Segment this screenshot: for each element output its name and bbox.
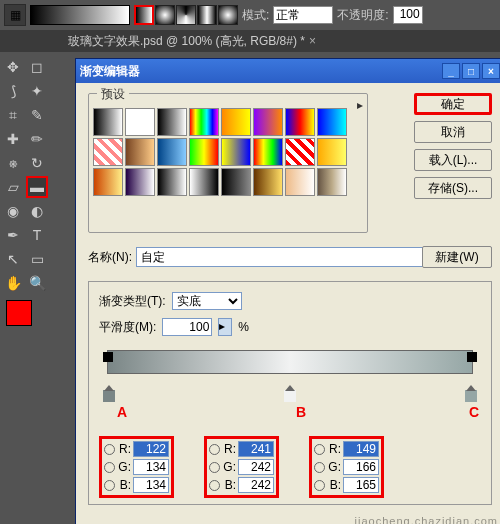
radio-b[interactable]	[209, 480, 220, 491]
gradient-preset[interactable]	[221, 138, 251, 166]
gradient-preset[interactable]	[253, 108, 283, 136]
document-tab[interactable]: 玻璃文字效果.psd @ 100% (高光, RGB/8#) * ×	[60, 31, 324, 52]
opacity-input[interactable]: 100	[393, 6, 423, 24]
smoothness-input[interactable]	[162, 318, 212, 336]
gradient-preset[interactable]	[253, 138, 283, 166]
color-stop-b[interactable]	[284, 390, 296, 402]
gradient-preset[interactable]	[157, 138, 187, 166]
gradient-bar[interactable]: A B C	[99, 350, 481, 410]
rgb-group-b: R: G: B:	[204, 436, 279, 498]
hand-tool-icon[interactable]: ✋	[2, 272, 24, 294]
b-input-b[interactable]	[238, 477, 274, 493]
path-tool-icon[interactable]: ↖	[2, 248, 24, 270]
crop-tool-icon[interactable]: ⌗	[2, 104, 24, 126]
gradient-tool-icon[interactable]: ▬	[26, 176, 48, 198]
b-input-c[interactable]	[343, 477, 379, 493]
radio-g[interactable]	[104, 462, 115, 473]
radio-b[interactable]	[314, 480, 325, 491]
gradient-preset[interactable]	[93, 138, 123, 166]
smoothness-stepper-icon[interactable]: ▸	[218, 318, 232, 336]
b-input-a[interactable]	[133, 477, 169, 493]
r-input-a[interactable]	[133, 441, 169, 457]
gradient-preset[interactable]	[285, 108, 315, 136]
gradient-preset[interactable]	[125, 168, 155, 196]
eraser-tool-icon[interactable]: ▱	[2, 176, 24, 198]
g-input-c[interactable]	[343, 459, 379, 475]
linear-gradient-icon[interactable]	[134, 5, 154, 25]
blend-mode-select[interactable]: 正常	[273, 6, 333, 24]
diamond-gradient-icon[interactable]	[218, 5, 238, 25]
gradient-preset[interactable]	[157, 108, 187, 136]
color-swatches[interactable]	[2, 300, 48, 342]
r-input-c[interactable]	[343, 441, 379, 457]
move-tool-icon[interactable]: ✥	[2, 56, 24, 78]
close-window-icon[interactable]: ×	[482, 63, 500, 79]
gradient-preset[interactable]	[221, 108, 251, 136]
color-stop-c[interactable]	[465, 390, 477, 402]
radio-g[interactable]	[314, 462, 325, 473]
history-brush-icon[interactable]: ↻	[26, 152, 48, 174]
heal-tool-icon[interactable]: ✚	[2, 128, 24, 150]
blur-tool-icon[interactable]: ◉	[2, 200, 24, 222]
opacity-stop-right[interactable]	[467, 352, 477, 362]
dodge-tool-icon[interactable]: ◐	[26, 200, 48, 222]
rgb-group-a: R: G: B:	[99, 436, 174, 498]
brush-tool-icon[interactable]: ✏	[26, 128, 48, 150]
name-label: 名称(N):	[88, 249, 132, 266]
reflected-gradient-icon[interactable]	[197, 5, 217, 25]
radio-b[interactable]	[104, 480, 115, 491]
gradient-type-label: 渐变类型(T):	[99, 293, 166, 310]
close-icon[interactable]: ×	[309, 34, 316, 48]
gradient-preset[interactable]	[125, 138, 155, 166]
gradient-preset[interactable]	[125, 108, 155, 136]
gradient-preset[interactable]	[189, 138, 219, 166]
gradient-preset[interactable]	[93, 108, 123, 136]
maximize-icon[interactable]: □	[462, 63, 480, 79]
radio-g[interactable]	[209, 462, 220, 473]
gradient-preset[interactable]	[317, 108, 347, 136]
marquee-tool-icon[interactable]: ◻	[26, 56, 48, 78]
gradient-type-select[interactable]: 实底	[172, 292, 242, 310]
new-button[interactable]: 新建(W)	[422, 246, 492, 268]
radio-r[interactable]	[209, 444, 220, 455]
dialog-titlebar[interactable]: 渐变编辑器 _ □ ×	[76, 59, 500, 83]
gradient-preset[interactable]	[93, 168, 123, 196]
opacity-stop-left[interactable]	[103, 352, 113, 362]
type-tool-icon[interactable]: T	[26, 224, 48, 246]
eyedropper-tool-icon[interactable]: ✎	[26, 104, 48, 126]
gradient-preset[interactable]	[285, 138, 315, 166]
color-stop-a[interactable]	[103, 390, 115, 402]
radio-r[interactable]	[104, 444, 115, 455]
r-input-b[interactable]	[238, 441, 274, 457]
lasso-tool-icon[interactable]: ⟆	[2, 80, 24, 102]
rgb-group-c: R: G: B:	[309, 436, 384, 498]
gradient-preset[interactable]	[317, 168, 347, 196]
shape-tool-icon[interactable]: ▭	[26, 248, 48, 270]
ok-button[interactable]: 确定	[414, 93, 492, 115]
gradient-preset[interactable]	[285, 168, 315, 196]
zoom-tool-icon[interactable]: 🔍	[26, 272, 48, 294]
gradient-preset[interactable]	[253, 168, 283, 196]
gradient-preset[interactable]	[189, 168, 219, 196]
presets-menu-icon[interactable]: ▸	[357, 98, 363, 112]
g-input-a[interactable]	[133, 459, 169, 475]
tool-preset-icon[interactable]: ▦	[4, 4, 26, 26]
cancel-button[interactable]: 取消	[414, 121, 492, 143]
angle-gradient-icon[interactable]	[176, 5, 196, 25]
radio-r[interactable]	[314, 444, 325, 455]
g-input-b[interactable]	[238, 459, 274, 475]
gradient-preset[interactable]	[317, 138, 347, 166]
wand-tool-icon[interactable]: ✦	[26, 80, 48, 102]
gradient-preview[interactable]	[30, 5, 130, 25]
save-button[interactable]: 存储(S)...	[414, 177, 492, 199]
stamp-tool-icon[interactable]: ⎈	[2, 152, 24, 174]
gradient-preset[interactable]	[189, 108, 219, 136]
foreground-color-swatch[interactable]	[6, 300, 32, 326]
gradient-preset[interactable]	[157, 168, 187, 196]
pen-tool-icon[interactable]: ✒	[2, 224, 24, 246]
radial-gradient-icon[interactable]	[155, 5, 175, 25]
gradient-strip[interactable]	[107, 350, 473, 374]
load-button[interactable]: 载入(L)...	[414, 149, 492, 171]
minimize-icon[interactable]: _	[442, 63, 460, 79]
gradient-preset[interactable]	[221, 168, 251, 196]
